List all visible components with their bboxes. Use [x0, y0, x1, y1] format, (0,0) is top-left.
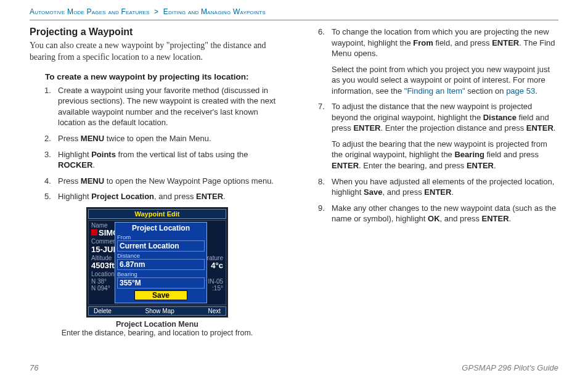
- flag-icon: [91, 229, 97, 236]
- t: Press: [58, 134, 81, 143]
- popup-title: Project Location: [117, 224, 205, 232]
- keyword: ENTER: [196, 192, 223, 201]
- list-item: 4.Press MENU to open the New Waypoint Pa…: [44, 176, 285, 187]
- step-number: 3.: [44, 149, 58, 171]
- keyword: Bearing: [454, 150, 484, 159]
- t: .: [92, 160, 95, 170]
- keyword: ENTER: [526, 123, 553, 133]
- keyword: MENU: [81, 134, 104, 143]
- popup-field-value[interactable]: 355°M: [117, 277, 205, 289]
- guide-title: GPSMAP 296 Pilot's Guide: [462, 363, 558, 372]
- procedure-list-right: 6.To change the location from which you …: [318, 27, 558, 59]
- t: , and press: [382, 187, 424, 197]
- link-finding-an-item[interactable]: "Finding an Item": [404, 86, 465, 96]
- step-number: 9.: [318, 203, 332, 224]
- keyword: ROCKER: [58, 160, 92, 170]
- keyword: Points: [91, 150, 116, 159]
- value: :15°: [212, 285, 223, 292]
- t: Highlight: [58, 150, 91, 159]
- softkey-show-map[interactable]: Show Map: [145, 308, 174, 314]
- softkey-delete[interactable]: Delete: [94, 308, 112, 314]
- step-number: 5.: [44, 191, 58, 202]
- step-text: Press MENU twice to open the Main Menu.: [58, 133, 285, 144]
- t: Highlight: [58, 192, 91, 201]
- t: .: [535, 86, 537, 96]
- keyword: ENTER: [353, 123, 380, 133]
- value: 4503ft: [91, 261, 115, 271]
- breadcrumb: Automotive Mode Pages and Features > Edi…: [30, 7, 558, 20]
- figure-caption-title: Project Location Menu: [116, 320, 198, 329]
- t: field, and press: [433, 38, 492, 47]
- label: Location: [91, 271, 115, 278]
- procedure-heading: To create a new waypoint by projecting i…: [45, 72, 285, 81]
- device-titlebar: Waypoint Edit: [88, 209, 226, 219]
- figure: Waypoint Edit Name SIMONE Comment 15-JUN…: [30, 207, 285, 337]
- step-number: 7.: [318, 101, 332, 134]
- right-column: 6.To change the location from which you …: [303, 27, 558, 337]
- step-subparagraph: Select the point from which you project …: [332, 64, 558, 97]
- keyword: Project Location: [91, 192, 154, 201]
- step-text: Make any other changes to the new waypoi…: [332, 203, 558, 224]
- procedure-list-right: 8.When you have adjusted all elements of…: [318, 176, 558, 224]
- breadcrumb-section-b: Editing and Managing Waypoints: [163, 7, 266, 16]
- page-footer: 76 GPSMAP 296 Pilot's Guide: [30, 363, 558, 372]
- value: 4°c: [211, 261, 223, 271]
- popup-field-value[interactable]: Current Location: [117, 240, 205, 252]
- keyword: ENTER: [482, 214, 509, 223]
- figure-caption-text: Enter the distance, bearing, and locatio…: [62, 329, 253, 337]
- device-screenshot: Waypoint Edit Name SIMONE Comment 15-JUN…: [86, 207, 228, 318]
- device-body: Name SIMONE Comment 15-JUN-05 Altitudepe…: [88, 220, 226, 305]
- t: , and press: [440, 214, 482, 223]
- t: . Enter the projection distance and pres…: [380, 123, 526, 133]
- keyword: Distance: [483, 113, 517, 122]
- keyword: ENTER: [492, 38, 519, 47]
- keyword: ENTER: [424, 187, 451, 197]
- value: N 094°: [91, 285, 110, 292]
- value: N 38°: [91, 278, 107, 285]
- t: .: [553, 123, 556, 133]
- step-number: 1.: [44, 85, 58, 128]
- breadcrumb-section-a: Automotive Mode Pages and Features: [30, 7, 150, 16]
- t: Press: [58, 176, 81, 186]
- t: .: [451, 187, 454, 197]
- intro-paragraph: You can also create a new waypoint by "p…: [30, 40, 285, 63]
- keyword: ENTER: [467, 161, 494, 170]
- value: IN-05: [208, 278, 223, 285]
- popup-field-label: From: [117, 234, 205, 240]
- t: section on: [465, 86, 507, 96]
- keyword: From: [413, 38, 433, 47]
- t: twice to open the Main Menu.: [104, 134, 211, 143]
- list-item: 3.Highlight Points from the vertical lis…: [44, 149, 285, 171]
- popup-field-label: Distance: [117, 252, 205, 259]
- save-button[interactable]: Save: [134, 290, 187, 300]
- list-item: 7.To adjust the distance that the new wa…: [318, 101, 558, 134]
- step-subparagraph: To adjust the bearing that the new waypo…: [332, 139, 558, 171]
- step-text: Create a waypoint using your favorite me…: [58, 85, 285, 128]
- t: from the vertical list of tabs using the: [116, 150, 248, 159]
- step-text: Highlight Project Location, and press EN…: [58, 191, 285, 202]
- step-text: When you have adjusted all elements of t…: [332, 176, 558, 198]
- page-columns: Projecting a Waypoint You can also creat…: [30, 27, 558, 337]
- link-page-53[interactable]: page 53: [506, 86, 535, 96]
- t: field and press: [484, 150, 539, 159]
- label: Comment: [91, 238, 118, 245]
- step-number: 4.: [44, 176, 58, 187]
- popup-field-label: Bearing: [117, 271, 205, 277]
- list-item: 6.To change the location from which you …: [318, 27, 558, 59]
- procedure-list-left: 1.Create a waypoint using your favorite …: [44, 85, 285, 202]
- popup-field-value[interactable]: 6.87nm: [117, 259, 205, 270]
- list-item: 8.When you have adjusted all elements of…: [318, 176, 558, 198]
- step-text: Press MENU to open the New Waypoint Page…: [58, 176, 285, 187]
- softkey-next[interactable]: Next: [208, 308, 221, 314]
- list-item: 2.Press MENU twice to open the Main Menu…: [44, 133, 285, 144]
- breadcrumb-separator: >: [154, 7, 158, 16]
- project-location-popup: Project Location From Current Location D…: [115, 222, 207, 303]
- device-softkeys: Delete Show Map Next: [88, 306, 226, 316]
- keyword: Save: [364, 187, 382, 197]
- t: . Enter the bearing, and press: [359, 161, 467, 170]
- list-item: 9.Make any other changes to the new wayp…: [318, 203, 558, 224]
- keyword: MENU: [81, 176, 104, 186]
- step-number: 8.: [318, 176, 332, 198]
- t: .: [223, 192, 226, 201]
- step-text: Highlight Points from the vertical list …: [58, 149, 285, 171]
